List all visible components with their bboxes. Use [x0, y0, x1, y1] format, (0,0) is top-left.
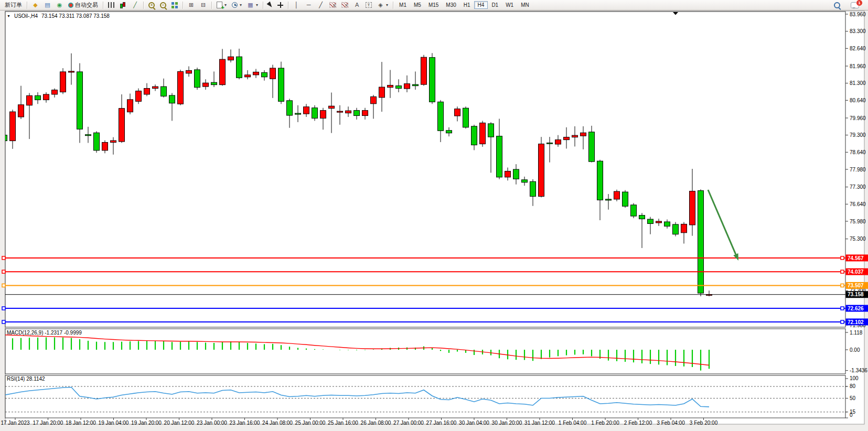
cursor-tool-button[interactable] [265, 0, 275, 10]
time-label: 1 Feb 04:00 [559, 420, 587, 426]
candle-up [136, 91, 142, 102]
text-label-tool[interactable]: T [363, 0, 374, 10]
candle-up [539, 144, 544, 197]
toolbar-separator [288, 2, 288, 9]
candle-up [505, 171, 511, 177]
candle-up [245, 75, 251, 77]
chart-symbol-icon[interactable]: ◆ [29, 0, 41, 10]
candle-up [127, 100, 133, 112]
tile-windows-button[interactable] [169, 0, 180, 10]
crosshair-tool-button[interactable] [275, 0, 286, 10]
candle-down [35, 95, 41, 100]
periods-button[interactable]: ▾ [229, 0, 244, 10]
auto-arrange-button[interactable]: ⊞ [185, 0, 197, 10]
line-handle-left[interactable] [2, 320, 5, 324]
candle-up [186, 70, 192, 73]
indicators-button[interactable]: ▾ [214, 0, 229, 10]
search-button-icon [834, 2, 840, 8]
cascade-windows-button[interactable]: ⊟ [197, 0, 209, 10]
shapes-tool-icon: ◈ [377, 2, 384, 9]
candle-up [614, 191, 620, 199]
zoom-out-button[interactable]: − [157, 0, 169, 10]
timeframe-button-h4[interactable]: H4 [474, 1, 488, 9]
candle-up [178, 71, 184, 104]
line-handle-left[interactable] [2, 256, 5, 260]
candle-down [354, 111, 360, 116]
candle-down [77, 72, 83, 129]
horizontal-line-tool[interactable]: ─ [303, 0, 315, 10]
timeframe-button-m1[interactable]: M1 [395, 1, 410, 9]
fibonacci-tool[interactable]: F [339, 0, 351, 10]
timeframe-button-d1[interactable]: D1 [488, 1, 502, 9]
hline-tag-label: 74.567 [848, 255, 864, 261]
line-handle-left[interactable] [2, 270, 5, 273]
candle-down [161, 87, 167, 96]
vertical-line-tool[interactable]: │ [291, 0, 303, 10]
candle-up [102, 143, 108, 150]
toolbar-separator [263, 2, 263, 9]
timeframe-button-m30[interactable]: M30 [442, 1, 459, 9]
indicators-button-icon [217, 2, 222, 8]
indicators-button-caret-icon: ▾ [224, 3, 227, 7]
candle-down [295, 113, 301, 114]
candle-down [413, 84, 419, 85]
zoom-in-button-icon: + [148, 2, 155, 8]
tile-windows-button-icon [172, 2, 178, 8]
candlestick-chart-button[interactable] [117, 0, 129, 10]
candle-up [656, 221, 662, 223]
timeframe-button-w1[interactable]: W1 [502, 1, 517, 9]
time-label: 3 Feb 04:00 [657, 420, 685, 426]
equidistant-channel-tool[interactable]: E [327, 0, 339, 10]
templates-button[interactable]: ▦▾ [244, 0, 261, 10]
line-handle-right[interactable] [841, 307, 844, 310]
cascade-windows-button-icon: ⊟ [200, 2, 207, 9]
market-watch-icon[interactable]: ▤ [41, 0, 53, 10]
line-handle-right[interactable] [841, 270, 844, 273]
candle-down [396, 86, 402, 89]
new-order-button[interactable]: 新订单 [2, 0, 25, 10]
timeframe-button-h1[interactable]: H1 [460, 1, 474, 9]
time-label: 17 Jan 2023 [1, 420, 29, 426]
periods-button-caret-icon: ▾ [240, 3, 242, 7]
line-handle-left[interactable] [2, 284, 5, 287]
search-button[interactable] [831, 0, 843, 10]
line-handle-left[interactable] [2, 307, 5, 310]
rsi-tick-label: 80 [850, 383, 856, 389]
fibonacci-tool-icon: F [341, 2, 348, 8]
notifications-button[interactable]: 1 [848, 0, 862, 10]
horizontal-line-tool-icon: ─ [305, 2, 312, 9]
candle-down [446, 131, 452, 133]
navigator-icon[interactable]: ◉ [53, 0, 66, 10]
timeframe-button-m5[interactable]: M5 [410, 1, 425, 9]
time-label: 19 Jan 04:00 [99, 420, 129, 426]
bar-chart-button-icon [108, 2, 114, 8]
candle-down [195, 70, 200, 88]
candle-down [597, 161, 603, 200]
one-click-trading-toggle-icon[interactable]: ▼ [7, 14, 10, 18]
new-order-button-label: 新订单 [5, 1, 22, 9]
price-tick-label: 80.640 [850, 98, 866, 103]
candle-up [144, 89, 150, 94]
rsi-label: RSI(14) 28.1142 [7, 376, 45, 382]
timeframe-button-mn[interactable]: MN [517, 1, 533, 9]
line-handle-right[interactable] [841, 284, 844, 287]
time-label: 25 Jan 00:00 [295, 420, 326, 426]
macd-panel [5, 329, 845, 374]
timeframe-button-m15[interactable]: M15 [425, 1, 442, 9]
line-handle-right[interactable] [841, 256, 844, 260]
zoom-in-button[interactable]: + [146, 0, 157, 10]
candle-down [169, 95, 175, 103]
shapes-tool[interactable]: ◈▾ [374, 0, 391, 10]
text-tool[interactable]: A [351, 0, 363, 10]
trendline-tool[interactable]: ╱ [315, 0, 327, 10]
price-tick-label: 83.300 [850, 28, 866, 34]
zoom-out-button-icon: − [160, 2, 166, 8]
candle-up [228, 57, 234, 60]
auto-trading-button[interactable]: 自动交易 [66, 0, 101, 10]
line-handle-right[interactable] [841, 320, 844, 324]
bar-chart-button[interactable] [105, 0, 117, 10]
candle-down [673, 224, 679, 234]
candle-up [10, 112, 16, 141]
time-label: 23 Jan 00:00 [197, 420, 227, 426]
line-chart-button[interactable]: ╱ [129, 0, 141, 10]
